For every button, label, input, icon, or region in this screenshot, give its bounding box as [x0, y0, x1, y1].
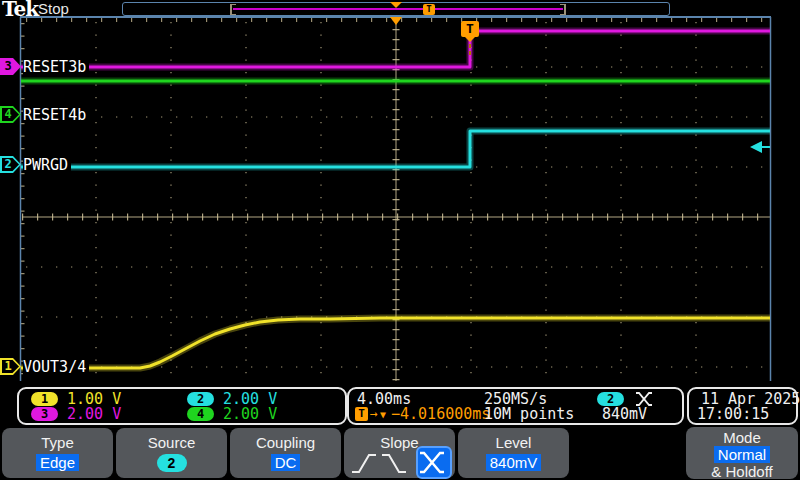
menu-type-title: Type: [2, 434, 113, 451]
center-expansion-icon: [390, 17, 402, 25]
menu-coupling-value: DC: [271, 454, 301, 471]
menu-type-button[interactable]: Type Edge: [2, 428, 113, 478]
record-view-strip: T: [122, 2, 670, 16]
trigger-delay-value: −4.016000ms: [391, 406, 490, 422]
expansion-point-icon: [390, 2, 402, 8]
datetime-box: 11 Apr 2025 17:00:15: [687, 387, 798, 425]
ch3-waveform-label: RESET3b: [23, 59, 89, 75]
horizontal-trigger-readout-box: 4.00ms 250MS/s 2 T → ▼ −4.016000ms 10M p…: [347, 387, 684, 425]
menu-source-button[interactable]: Source 2: [116, 428, 227, 478]
trigger-slope-either-icon: [635, 392, 653, 406]
ch3-position-marker: 3: [0, 58, 21, 75]
trigger-source-badge: 2: [597, 392, 624, 406]
trigger-line-dash: [469, 51, 471, 55]
trigger-level-arrow-icon: [750, 141, 762, 153]
window-bracket-right-icon: [560, 4, 566, 15]
ch2-waveform-label: PWRGD: [23, 157, 71, 173]
trigger-position-pointer-icon: [465, 37, 475, 42]
ch1-badge: 1: [31, 392, 58, 406]
menu-mode-value: Normal: [714, 446, 770, 463]
trigger-position-icon: T: [461, 21, 479, 37]
menu-mode-button[interactable]: Mode Normal & Holdoff: [686, 427, 798, 479]
slope-rising-icon: [350, 452, 378, 475]
time-text: 17:00:15: [697, 406, 769, 422]
acquisition-status: Stop: [38, 0, 69, 17]
oscilloscope-screen: Tek Stop T T 3 4 2 1 RESET3b RESET4b PWR…: [0, 0, 800, 480]
ch1-waveform-label: VOUT3/4: [23, 359, 89, 375]
trigger-delay-triangle-icon: ▼: [380, 408, 386, 422]
ch3-scale: 2.00 V: [67, 406, 121, 422]
record-view-waveform: [233, 8, 563, 10]
menu-type-value: Edge: [36, 454, 79, 471]
slope-falling-icon: [380, 452, 408, 475]
tek-logo: Tek: [2, 0, 38, 21]
menu-mode-extra: & Holdoff: [686, 463, 798, 480]
slope-either-selected-icon: [416, 446, 452, 479]
menu-coupling-title: Coupling: [230, 434, 341, 451]
trigger-level-arrow-tail: [762, 146, 770, 148]
ch2-position-marker: 2: [0, 156, 21, 173]
ch4-position-marker: 4: [0, 106, 21, 123]
trigger-level-value: 840mV: [602, 406, 647, 422]
ch4-badge: 4: [187, 407, 214, 421]
record-length: 10M points: [484, 406, 574, 422]
menu-level-value: 840mV: [486, 454, 542, 471]
waveform-canvas: [0, 0, 800, 386]
trigger-line-dash: [469, 44, 471, 48]
trigger-delay-arrow-icon: →: [370, 406, 378, 422]
ch1-position-marker: 1: [0, 358, 21, 375]
window-bracket-left-icon: [230, 4, 236, 15]
ch3-badge: 3: [31, 407, 58, 421]
menu-slope-button[interactable]: Slope: [344, 428, 455, 478]
menu-level-title: Level: [458, 434, 569, 451]
menu-source-value-badge: 2: [157, 454, 187, 472]
ch4-scale: 2.00 V: [223, 406, 277, 422]
vertical-readout-box: 1 1.00 V 2 2.00 V 3 2.00 V 4 2.00 V: [17, 387, 347, 425]
trigger-delay-icon: T: [355, 407, 368, 421]
menu-source-title: Source: [116, 434, 227, 451]
record-trigger-position-icon: T: [423, 4, 435, 15]
ch4-waveform-label: RESET4b: [23, 107, 89, 123]
ch2-badge: 2: [187, 392, 214, 406]
menu-level-button[interactable]: Level 840mV: [458, 428, 569, 478]
menu-mode-title: Mode: [686, 429, 798, 446]
menu-coupling-button[interactable]: Coupling DC: [230, 428, 341, 478]
